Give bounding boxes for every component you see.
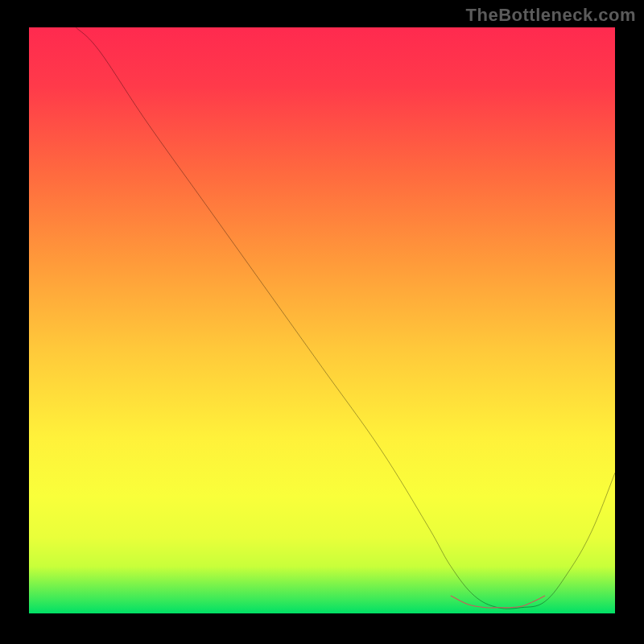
watermark-text: TheBottleneck.com xyxy=(466,5,636,26)
valley-marker-line xyxy=(451,596,544,608)
chart-svg xyxy=(29,27,615,613)
curve-line xyxy=(76,27,615,609)
plot-area xyxy=(29,27,615,613)
chart-root: TheBottleneck.com xyxy=(0,0,644,644)
